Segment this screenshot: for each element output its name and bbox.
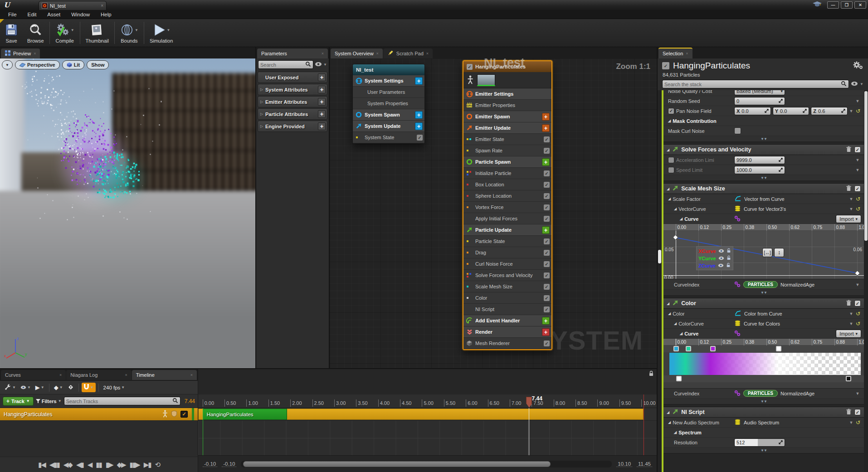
current-time-label[interactable]: 7.44 (185, 398, 195, 404)
node-row-sphere-location[interactable]: Sphere Location✓ (463, 190, 551, 202)
section-enabled-checkbox[interactable]: ✓ (854, 185, 861, 192)
stack-search-input[interactable]: Search the stack (662, 80, 849, 88)
revert-to-default-icon[interactable]: ↺ (855, 321, 861, 327)
node-row-emitter-state[interactable]: Emitter State✓ (463, 134, 551, 145)
numeric-input[interactable]: 512 (734, 438, 785, 447)
menu-file[interactable]: File (4, 11, 21, 18)
shield-icon[interactable] (171, 410, 177, 418)
vector-component-x[interactable]: X0.0 (734, 107, 771, 115)
expander-triangle-icon[interactable]: ◢ (667, 302, 669, 306)
timeline-scrollbar[interactable] (241, 461, 612, 467)
color-gradient-editor[interactable]: 0.000.120.250.380.500.620.750.881.0 (663, 339, 864, 389)
node-row-emitter-settings[interactable]: Emitter Settings (463, 88, 551, 100)
close-icon[interactable]: × (59, 373, 62, 377)
compile-button[interactable]: ▼Compile (51, 19, 79, 47)
section-header-scale-mesh-size[interactable]: ◢Scale Mesh Size✓ (663, 183, 864, 194)
frame-forward-button[interactable]: ▮▮▶ (130, 461, 140, 469)
module-enabled-checkbox[interactable]: ✓ (544, 204, 550, 210)
expand-caret-icon[interactable]: ▼ (848, 321, 855, 326)
expander-triangle-icon[interactable]: ▷ (260, 124, 264, 128)
add-track-button[interactable]: +Track▼ (3, 397, 34, 406)
revert-to-default-icon[interactable]: ↺ (855, 311, 861, 317)
tab-system-overview[interactable]: System Overview× (331, 49, 383, 58)
show-button[interactable]: Show (87, 60, 109, 69)
range-start-value[interactable]: -0.10 (203, 461, 217, 467)
add-module-button[interactable]: + (542, 328, 550, 336)
chevron-down-icon[interactable]: ▼ (71, 28, 74, 32)
node-row-render[interactable]: Render+ (463, 326, 551, 338)
add-module-button[interactable]: + (542, 317, 550, 325)
import-button[interactable]: Import▾ (836, 215, 861, 223)
color-stop[interactable] (710, 346, 716, 351)
close-button[interactable]: ✕ (854, 1, 866, 9)
module-enabled-checkbox[interactable]: ✓ (544, 261, 550, 267)
stack-row-curveindex[interactable]: CurveIndexPARTICLESNormalizedAge▼ (663, 389, 864, 399)
row-checkbox[interactable]: ✓ (668, 108, 674, 114)
vector-curve-editor[interactable]: 0.000.120.250.380.500.620.750.881.00.050… (663, 224, 864, 279)
node-row-scale-mesh-size[interactable]: Scale Mesh Size✓ (463, 281, 551, 292)
lock-icon[interactable] (727, 255, 731, 261)
loop-button[interactable]: ⟲ (155, 461, 160, 469)
section-header-ni-script[interactable]: ◢NI Script✓ (663, 407, 864, 418)
module-enabled-checkbox[interactable]: ✓ (544, 238, 550, 244)
numeric-input[interactable]: 0 (734, 97, 785, 105)
drag-handle-icon[interactable] (779, 167, 783, 173)
expand-caret-icon[interactable]: ▼ (854, 99, 861, 103)
revert-to-default-icon[interactable]: ↺ (855, 206, 861, 212)
add-parameter-button[interactable]: + (318, 98, 326, 106)
node-row-curl-noise-force[interactable]: Curl Noise Force✓ (463, 258, 551, 270)
emitter-enabled-checkbox[interactable]: ✓ (662, 62, 669, 69)
stack-row-curve[interactable]: ◢CurveImport▾ (663, 329, 864, 339)
trash-icon[interactable] (846, 185, 852, 192)
close-icon[interactable]: × (376, 51, 379, 56)
module-enabled-checkbox[interactable]: ✓ (544, 216, 550, 222)
stack-row-pan-noise-field[interactable]: ✓Pan Noise FieldX0.0Y0.0Z0.6▼↺ (663, 106, 864, 116)
expander-triangle-icon[interactable]: ◢ (668, 197, 671, 201)
alpha-stop[interactable] (846, 376, 851, 381)
color-stop[interactable] (686, 346, 691, 351)
expand-caret-icon[interactable]: ▼ (848, 197, 855, 201)
wrench-button[interactable]: ▼ (3, 383, 18, 392)
lock-icon[interactable] (726, 263, 731, 268)
tab-parameters[interactable]: Parameters × (257, 49, 328, 58)
chevron-down-icon[interactable]: ▼ (323, 63, 327, 67)
parameters-section-user-exposed[interactable]: User Exposed+ (258, 72, 327, 83)
preview-viewport[interactable]: ▼ Perspective Lit Show (0, 58, 255, 368)
module-enabled-checkbox[interactable]: ✓ (544, 250, 550, 256)
node-row-system-update[interactable]: System Update+ (353, 121, 424, 132)
drag-handle-icon[interactable] (779, 98, 783, 104)
stack-row-noise-quality-cost[interactable]: Noise Quality / CostBaked (Medium)▾ (663, 90, 864, 96)
expand-caret-icon[interactable]: ▼ (854, 168, 861, 172)
close-icon[interactable]: × (34, 51, 36, 56)
node-row-initialize-particle[interactable]: Initialize Particle✓ (463, 168, 551, 179)
timeline-ruler[interactable]: 0.000.501.001.502.002.503.003.504.004.50… (198, 394, 657, 408)
skip-end-button[interactable]: ▶▮ (144, 461, 151, 469)
track-enabled-checkbox[interactable]: ✓ (180, 411, 188, 418)
node-row-box-location[interactable]: Box Location✓ (463, 179, 551, 190)
node-row-mesh-renderer[interactable]: Mesh Renderer✓ (463, 338, 551, 349)
chevron-down-icon[interactable]: ▼ (135, 28, 138, 32)
expand-caret-icon[interactable]: ▼ (854, 158, 861, 162)
track-row-hangingparticulates[interactable]: HangingParticulates ✓ (0, 408, 198, 421)
alpha-stop[interactable] (676, 376, 682, 381)
play-reverse-button[interactable]: ◀ (88, 461, 92, 469)
module-enabled-checkbox[interactable]: ✓ (417, 135, 423, 141)
revert-to-default-icon[interactable]: ↺ (855, 196, 861, 202)
stack-row-vectorcurve[interactable]: ◢VectorCurveCurve for Vector3's▼↺ (663, 204, 864, 214)
add-parameter-button[interactable]: + (318, 73, 326, 81)
frame-back-button[interactable]: ◀▮▮ (49, 461, 59, 469)
expand-caret-icon[interactable]: ▼ (848, 109, 855, 113)
node-row-particle-update[interactable]: Particle Update+ (463, 224, 551, 236)
parameters-section-emitter-attributes[interactable]: ▷Emitter Attributes+ (258, 96, 327, 107)
add-module-button[interactable]: + (542, 113, 550, 121)
fit-horizontal-button[interactable]: [↔] (762, 248, 772, 257)
collapse-chevron-icon[interactable]: ▼▼ (663, 175, 864, 181)
revert-to-default-icon[interactable]: ↺ (855, 419, 861, 426)
trash-icon[interactable] (846, 409, 852, 416)
node-row-emitter-spawn[interactable]: Emitter Spawn+ (463, 111, 551, 122)
menu-edit[interactable]: Edit (23, 11, 41, 18)
expander-triangle-icon[interactable]: ◢ (668, 311, 671, 316)
dropdown-select[interactable]: Baked (Medium)▾ (734, 90, 785, 95)
expand-caret-icon[interactable]: ▼ (854, 282, 861, 287)
node-row-system-spawn[interactable]: System Spawn+ (353, 109, 424, 121)
